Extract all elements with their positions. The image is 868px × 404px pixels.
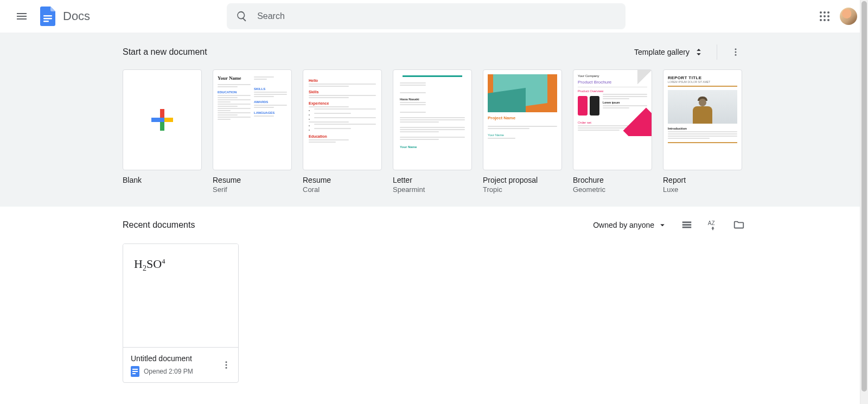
doc-preview: H2SO4 (123, 244, 238, 347)
coral-exp: Experience (309, 101, 376, 105)
luxe-title: REPORT TITLE (668, 75, 737, 80)
doc-meta-text: Opened 2:09 PM (144, 368, 193, 375)
template-gallery-button[interactable]: Template gallery (630, 45, 708, 59)
docs-logo-icon (40, 7, 55, 26)
owned-filter-button[interactable]: Owned by anyone (593, 220, 667, 230)
svg-point-6 (820, 15, 822, 17)
svg-rect-0 (43, 15, 52, 17)
coral-edu: Education (309, 134, 376, 138)
app-title: Docs (63, 9, 90, 23)
doc-more-button[interactable] (218, 356, 235, 374)
app-header: Docs (0, 0, 868, 33)
thumb-serif-name: Your Name (218, 75, 251, 81)
svg-text:AZ: AZ (708, 220, 715, 226)
arrow-drop-down-icon (658, 220, 667, 230)
svg-rect-2 (43, 21, 49, 22)
geo-company: Your Company (578, 74, 647, 78)
svg-rect-17 (151, 118, 161, 122)
template-sub: Luxe (663, 185, 742, 194)
templates-heading: Start a new document (123, 47, 207, 57)
template-sub: Geometric (573, 185, 652, 194)
list-view-icon (681, 219, 693, 231)
template-brochure-geometric[interactable]: Your Company Product Brochure Product Ov… (573, 69, 652, 194)
more-vert-icon (731, 47, 741, 57)
hamburger-icon (15, 10, 28, 23)
templates-more-button[interactable] (726, 42, 745, 62)
search-input[interactable] (253, 11, 621, 21)
coral-hello: Hello (309, 79, 376, 82)
svg-point-21 (226, 361, 227, 363)
svg-rect-19 (160, 118, 164, 122)
svg-point-9 (820, 19, 822, 21)
svg-point-7 (824, 15, 826, 17)
main-menu-button[interactable] (9, 3, 35, 29)
template-resume-serif[interactable]: Your Name EDUCATION SKILLS (213, 69, 292, 194)
geo-brochure: Product Brochure (578, 80, 647, 85)
template-sub: Serif (213, 185, 292, 194)
template-letter-spearmint[interactable]: Hana Nasaki Your Name Letter Spearm (393, 69, 472, 194)
template-title: Blank (123, 176, 202, 184)
template-resume-coral[interactable]: Hello Skills Experience Education Resume (303, 69, 382, 194)
svg-point-8 (827, 15, 829, 17)
templates-section: Start a new document Template gallery (0, 33, 868, 207)
doc-name: Untitled document (131, 354, 231, 363)
svg-point-12 (735, 48, 737, 50)
search-icon (231, 5, 253, 27)
recent-section: Recent documents Owned by anyone AZ (0, 207, 868, 395)
list-view-button[interactable] (680, 219, 693, 232)
sort-button[interactable]: AZ (706, 219, 719, 232)
google-apps-button[interactable] (814, 5, 835, 27)
svg-point-22 (226, 364, 227, 366)
svg-rect-16 (160, 121, 164, 131)
search-bar[interactable] (227, 3, 626, 29)
svg-point-14 (735, 54, 737, 56)
svg-point-10 (824, 19, 826, 21)
more-vert-icon (221, 360, 231, 370)
unfold-icon (694, 47, 704, 57)
template-report-luxe[interactable]: REPORT TITLE LOREM IPSUM DOLOR SIT AMET … (663, 69, 742, 194)
luxe-sub: LOREM IPSUM DOLOR SIT AMET (668, 80, 737, 84)
template-title: Letter (393, 176, 472, 184)
recent-heading: Recent documents (123, 220, 195, 230)
coral-skills: Skills (309, 90, 376, 94)
svg-rect-18 (163, 118, 173, 122)
svg-point-23 (226, 367, 227, 369)
template-title: Brochure (573, 176, 652, 184)
open-file-picker-button[interactable] (732, 219, 745, 232)
sort-az-icon: AZ (707, 219, 719, 231)
svg-point-13 (735, 52, 737, 53)
template-title: Report (663, 176, 742, 184)
svg-rect-1 (43, 18, 52, 20)
letter-signoff: Your Name (400, 145, 465, 149)
template-sub: Coral (303, 185, 382, 194)
template-sub: Tropic (483, 185, 562, 194)
docs-logo[interactable] (37, 5, 59, 27)
owned-filter-label: Owned by anyone (593, 221, 654, 229)
svg-point-4 (824, 11, 826, 14)
template-row: Blank Your Name EDUCATION (123, 69, 745, 194)
svg-point-3 (820, 11, 822, 14)
template-sub: Spearmint (393, 185, 472, 194)
template-gallery-label: Template gallery (634, 48, 690, 56)
tropic-project: Project Name (488, 116, 557, 120)
apps-grid-icon (819, 11, 830, 22)
template-title: Project proposal (483, 176, 562, 184)
account-avatar[interactable] (840, 8, 857, 25)
recent-doc-card[interactable]: H2SO4 Untitled document Opened 2:09 PM (123, 243, 239, 383)
template-blank[interactable]: Blank (123, 69, 202, 194)
template-title: Resume (213, 176, 292, 184)
svg-point-5 (827, 11, 829, 14)
plus-multicolor-icon (149, 107, 175, 133)
divider (717, 44, 717, 60)
vertical-scrollbar[interactable] (860, 0, 868, 404)
luxe-intro: Introduction (668, 127, 737, 130)
docs-file-icon (131, 366, 139, 377)
svg-point-11 (827, 19, 829, 21)
svg-rect-15 (160, 109, 164, 119)
template-title: Resume (303, 176, 382, 184)
folder-icon (733, 219, 745, 231)
template-project-proposal-tropic[interactable]: Project Name Your Name Project proposal … (483, 69, 562, 194)
